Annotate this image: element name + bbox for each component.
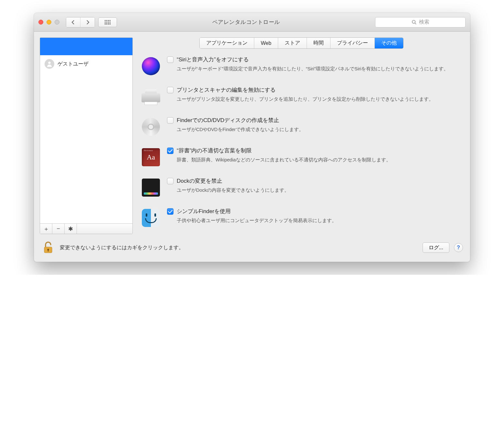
checkbox-restrict-dictionary[interactable]	[167, 148, 173, 154]
sidebar-toolbar-spacer	[77, 224, 132, 234]
svg-line-1	[415, 23, 416, 24]
tab-group: アプリケーション Web ストア 時間 プライバシー その他	[199, 37, 404, 49]
option-desc: ユーザがCDやDVDをFinderで作成できないようにします。	[177, 126, 458, 133]
user-sidebar: ゲストユーザ ＋ − ✱	[40, 37, 133, 234]
siri-icon	[141, 56, 161, 77]
show-all-button[interactable]	[98, 17, 117, 27]
disc-icon	[141, 117, 161, 137]
option-simple-finder: シンプルFinderを使用 子供や初心者ユーザ用にコンピュータデスクトップを簡易…	[141, 208, 458, 228]
grid-icon	[105, 20, 110, 25]
option-label: “辞書”内の不適切な言葉を制限	[177, 147, 252, 154]
option-siri: “Siriと音声入力”をオフにする ユーザが“キーボード”環境設定で音声入力を有…	[141, 56, 458, 77]
sidebar-header[interactable]	[40, 38, 132, 55]
finder-icon	[141, 208, 161, 228]
option-label: Dockの変更を禁止	[177, 177, 222, 185]
option-desc: ユーザが“キーボード”環境設定で音声入力を有効にしたり、“Siri”環境設定パネ…	[177, 65, 458, 72]
footer: 変更できないようにするにはカギをクリックします。 ログ... ?	[34, 237, 470, 262]
tab-applications[interactable]: アプリケーション	[200, 38, 254, 48]
back-button[interactable]	[66, 17, 80, 27]
tab-web[interactable]: Web	[254, 38, 278, 48]
main-panel: アプリケーション Web ストア 時間 プライバシー その他 “Siriと音声入…	[139, 37, 464, 234]
dictionary-icon: Aa	[141, 147, 161, 168]
preferences-window: ペアレンタルコントロール 検索 ゲストユーザ ＋ − ✱	[34, 13, 470, 262]
minus-icon: −	[57, 225, 60, 232]
option-dock: Dockの変更を禁止 ユーザがDockの内容を変更できないようにします。	[141, 177, 458, 198]
window-controls	[38, 20, 59, 25]
checkbox-disable-printer-admin[interactable]	[167, 87, 173, 93]
svg-point-0	[412, 20, 415, 23]
chevron-right-icon	[86, 20, 89, 25]
option-desc: ユーザがDockの内容を変更できないようにします。	[177, 187, 458, 194]
option-desc: 辞書、類語辞典、Wikipediaなどのソースに含まれている不適切な内容へのアク…	[177, 156, 458, 163]
title-bar: ペアレンタルコントロール 検索	[34, 13, 470, 32]
gear-icon: ✱	[68, 225, 73, 232]
option-desc: 子供や初心者ユーザ用にコンピュータデスクトップを簡易表示にします。	[177, 217, 458, 224]
chevron-left-icon	[71, 20, 75, 25]
tab-store[interactable]: ストア	[278, 38, 307, 48]
search-field[interactable]: 検索	[375, 17, 466, 27]
remove-user-button[interactable]: −	[52, 224, 65, 234]
checkbox-simple-finder[interactable]	[167, 208, 173, 215]
zoom-icon[interactable]	[55, 20, 59, 25]
svg-point-2	[48, 62, 50, 64]
option-printer: プリンタとスキャナの編集を無効にする ユーザがプリンタ設定を変更したり、プリンタ…	[141, 86, 458, 107]
option-burn-disc: FinderでのCD/DVDディスクの作成を禁止 ユーザがCDやDVDをFind…	[141, 117, 458, 137]
option-label: プリンタとスキャナの編集を無効にする	[177, 86, 276, 94]
lock-button[interactable]	[41, 241, 55, 255]
option-label: シンプルFinderを使用	[177, 208, 231, 215]
close-icon[interactable]	[38, 20, 43, 25]
options-list: “Siriと音声入力”をオフにする ユーザが“キーボード”環境設定で音声入力を有…	[139, 56, 464, 234]
search-placeholder: 検索	[419, 19, 429, 26]
nav-buttons	[66, 17, 95, 27]
printer-icon	[141, 86, 161, 107]
add-user-button[interactable]: ＋	[40, 224, 52, 234]
option-label: “Siriと音声入力”をオフにする	[177, 56, 249, 63]
sidebar-user-label: ゲストユーザ	[58, 61, 89, 67]
checkbox-restrict-burn[interactable]	[167, 117, 173, 124]
svg-rect-5	[48, 250, 48, 252]
minimize-icon[interactable]	[47, 20, 51, 25]
logs-button[interactable]: ログ...	[423, 242, 449, 253]
help-button[interactable]: ?	[454, 243, 463, 252]
window-title: ペアレンタルコントロール	[120, 18, 372, 26]
plus-icon: ＋	[43, 225, 49, 233]
checkbox-lock-dock[interactable]	[167, 178, 173, 184]
tab-privacy[interactable]: プライバシー	[331, 38, 375, 48]
search-icon	[412, 20, 416, 25]
lock-description: 変更できないようにするにはカギをクリックします。	[60, 244, 184, 251]
window-body: ゲストユーザ ＋ − ✱ アプリケーション Web ストア 時間 プライバシー …	[34, 32, 470, 237]
tab-time[interactable]: 時間	[307, 38, 331, 48]
checkbox-disable-siri[interactable]	[167, 56, 173, 63]
tab-bar: アプリケーション Web ストア 時間 プライバシー その他	[139, 37, 464, 49]
action-menu-button[interactable]: ✱	[65, 224, 77, 234]
unlocked-padlock-icon	[42, 241, 54, 254]
sidebar-toolbar: ＋ − ✱	[40, 223, 132, 234]
option-desc: ユーザがプリンタ設定を変更したり、プリンタを追加したり、プリンタを設定から削除し…	[177, 96, 458, 103]
forward-button[interactable]	[80, 17, 95, 27]
dock-icon	[141, 177, 161, 198]
sidebar-spacer	[40, 73, 132, 223]
option-label: FinderでのCD/DVDディスクの作成を禁止	[177, 117, 279, 124]
sidebar-user-guest[interactable]: ゲストユーザ	[40, 55, 132, 73]
user-silhouette-icon	[45, 59, 54, 69]
option-dictionary: Aa “辞書”内の不適切な言葉を制限 辞書、類語辞典、Wikipediaなどのソ…	[141, 147, 458, 168]
tab-other[interactable]: その他	[375, 38, 403, 48]
